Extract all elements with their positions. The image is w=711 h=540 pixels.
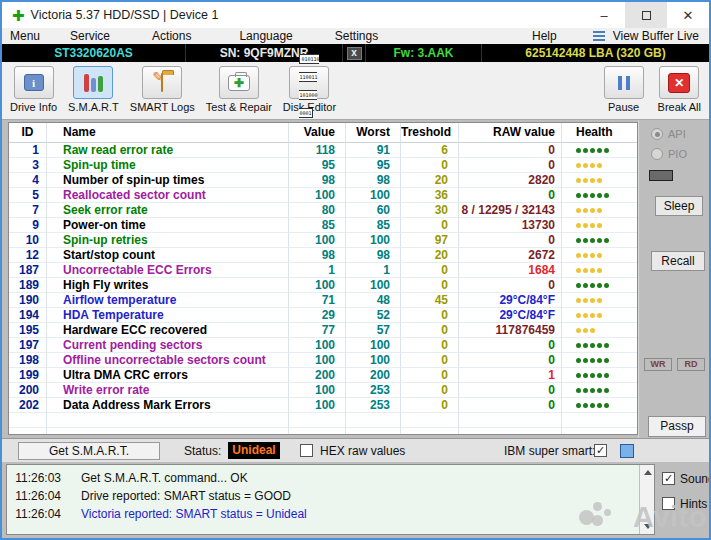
- health-dots: [562, 263, 637, 278]
- break-all-button[interactable]: ✕ Break All: [658, 66, 701, 113]
- log-scrollbar[interactable]: [639, 465, 654, 534]
- smart-row-190[interactable]: 190Airflow temperature71484529°C/84°F: [9, 293, 637, 308]
- log-time: 11:26:04: [7, 489, 61, 503]
- drive-model: ST3320620AS: [2, 44, 186, 62]
- rd-button[interactable]: RD: [677, 358, 705, 371]
- smart-row-187[interactable]: 187Uncorrectable ECC Errors1101684: [9, 263, 637, 278]
- log-message: Victoria reported: SMART status = Unidea…: [81, 507, 307, 521]
- smart-row-12[interactable]: 12Start/stop count9898202672: [9, 248, 637, 263]
- activity-led-indicator: [649, 170, 673, 181]
- smart-row-199[interactable]: 199Ultra DMA CRC errors20020001: [9, 368, 637, 383]
- scroll-up-icon[interactable]: [644, 470, 652, 475]
- menu-bar: Menu Service Actions Language Settings H…: [2, 28, 709, 44]
- pause-button[interactable]: Pause: [604, 66, 644, 113]
- health-dots: [562, 173, 637, 188]
- health-dots: [562, 158, 637, 173]
- smart-row-198[interactable]: 198Offline uncorrectable sectors count10…: [9, 353, 637, 368]
- radio-pio[interactable]: PIO: [651, 148, 687, 160]
- menu-item-menu[interactable]: Menu: [6, 29, 44, 43]
- smart-row-197[interactable]: 197Current pending sectors10010000: [9, 338, 637, 353]
- log-time: 11:26:03: [7, 471, 61, 485]
- recall-button[interactable]: Recall: [651, 251, 705, 271]
- s-m-a-r-t-button[interactable]: S.M.A.R.T: [68, 66, 119, 113]
- buffer-list-icon: [593, 31, 605, 41]
- disk-editor-icon: 010110 110011 101000 0001: [299, 47, 319, 119]
- health-dots: [562, 293, 637, 308]
- smart-attributes-table: ID Name Value Worst Treshold RAW value H…: [8, 122, 638, 435]
- radio-pio-icon: [651, 148, 663, 160]
- sound-label: Sound: [680, 472, 711, 486]
- log-panel: 11:26:03Get S.M.A.R.T. command... OK11:2…: [6, 464, 655, 535]
- smart-row-200[interactable]: 200Write error rate10025300: [9, 383, 637, 398]
- infobar-close-button[interactable]: x: [347, 47, 362, 60]
- health-dots: [562, 368, 637, 383]
- toolbar: iDrive InfoS.M.A.R.T✎SMART Logs✚Test & R…: [2, 62, 709, 120]
- view-buffer-live-button[interactable]: View Buffer Live: [609, 29, 703, 43]
- table-body: 1Raw read error rate11891603Spin-up time…: [9, 143, 637, 435]
- wr-button[interactable]: WR: [644, 358, 672, 371]
- drive-info-icon: i: [24, 74, 44, 91]
- smart-row-7[interactable]: 7Seek error rate8060308 / 12295 / 32143: [9, 203, 637, 218]
- header-health: Health: [562, 123, 637, 143]
- smart-logs-button[interactable]: ✎SMART Logs: [130, 66, 195, 113]
- hex-raw-values-label: HEX raw values: [320, 444, 405, 458]
- log-message: Drive reported: SMART status = GOOD: [81, 489, 291, 503]
- smart-row-10[interactable]: 10Spin-up retries100100970: [9, 233, 637, 248]
- health-dots: [562, 218, 637, 233]
- empty-row: [9, 428, 637, 435]
- ibm-super-smart-label: IBM super smart:: [504, 444, 595, 458]
- log-entry: 11:26:04Victoria reported: SMART status …: [7, 507, 307, 521]
- health-dots: [562, 353, 637, 368]
- menu-item-language[interactable]: Language: [235, 29, 296, 43]
- test-repair-button[interactable]: ✚Test & Repair: [206, 66, 272, 113]
- bottom-section: 11:26:03Get S.M.A.R.T. command... OK11:2…: [2, 462, 709, 538]
- victoria-app-window: ✚ Victoria 5.37 HDD/SSD | Device 1 – ✕ M…: [0, 0, 711, 540]
- smart-row-4[interactable]: 4Number of spin-up times9898202820: [9, 173, 637, 188]
- scroll-down-icon[interactable]: [644, 524, 652, 529]
- empty-row: [9, 413, 637, 428]
- health-dots: [562, 308, 637, 323]
- passp-button[interactable]: Passp: [648, 416, 706, 437]
- menu-item-actions[interactable]: Actions: [148, 29, 195, 43]
- drive-info-bar: ST3320620AS SN: 9QF9MZNR x Fw: 3.AAK 625…: [2, 44, 709, 62]
- maximize-button[interactable]: [625, 2, 667, 28]
- smart-icon: [84, 74, 103, 92]
- smart-row-3[interactable]: 3Spin-up time959500: [9, 158, 637, 173]
- health-dots: [562, 278, 637, 293]
- drive-firmware: Fw: 3.AAK: [366, 44, 482, 62]
- window-title: Victoria 5.37 HDD/SSD | Device 1: [31, 8, 219, 22]
- get-smart-button[interactable]: Get S.M.A.R.T.: [18, 442, 160, 460]
- smart-row-5[interactable]: 5Reallocated sector count100100360: [9, 188, 637, 203]
- health-dots: [562, 203, 637, 218]
- drive-info-button[interactable]: iDrive Info: [10, 66, 57, 113]
- health-dots: [562, 233, 637, 248]
- menu-item-help[interactable]: Help: [528, 29, 561, 43]
- health-dots: [562, 188, 637, 203]
- health-dots: [562, 383, 637, 398]
- health-dots: [562, 143, 637, 158]
- menu-item-settings[interactable]: Settings: [331, 29, 382, 43]
- status-label: Status:: [184, 444, 221, 458]
- hex-raw-values-checkbox[interactable]: [300, 444, 313, 457]
- radio-api[interactable]: API: [651, 128, 686, 140]
- hints-checkbox[interactable]: [662, 497, 675, 510]
- sleep-button[interactable]: Sleep: [655, 196, 703, 216]
- minimize-button[interactable]: –: [583, 2, 625, 28]
- disk-editor-button[interactable]: 010110 110011 101000 0001Disk Editor: [283, 66, 336, 113]
- health-dots: [562, 323, 637, 338]
- smart-row-195[interactable]: 195Hardware ECC recovered77570117876459: [9, 323, 637, 338]
- smart-row-194[interactable]: 194HDA Temperature2952029°C/84°F: [9, 308, 637, 323]
- close-button[interactable]: ✕: [667, 2, 709, 28]
- blue-indicator-square: [620, 444, 634, 458]
- table-header-row: ID Name Value Worst Treshold RAW value H…: [9, 123, 637, 143]
- main-area: ID Name Value Worst Treshold RAW value H…: [2, 120, 709, 438]
- smart-row-1[interactable]: 1Raw read error rate1189160: [9, 143, 637, 158]
- log-time: 11:26:04: [7, 507, 61, 521]
- smart-row-9[interactable]: 9Power-on time8585013730: [9, 218, 637, 233]
- ibm-super-smart-checkbox[interactable]: ✓: [594, 444, 607, 457]
- menu-item-service[interactable]: Service: [66, 29, 114, 43]
- smart-row-189[interactable]: 189High Fly writes10010000: [9, 278, 637, 293]
- sound-checkbox[interactable]: ✓: [662, 472, 675, 485]
- log-entry: 11:26:03Get S.M.A.R.T. command... OK: [7, 471, 248, 485]
- smart-row-202[interactable]: 202Data Address Mark Errors10025300: [9, 398, 637, 413]
